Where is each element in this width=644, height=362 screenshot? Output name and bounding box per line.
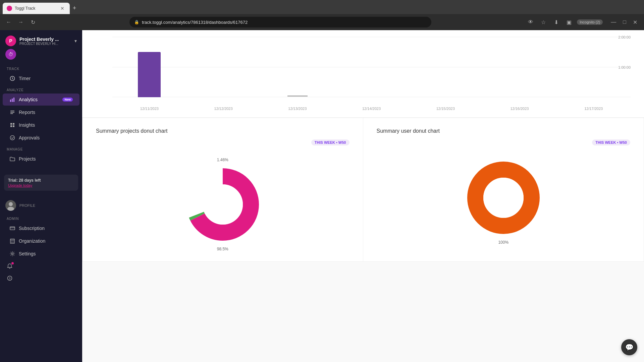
profile-label: PROFILE — [19, 203, 35, 207]
bar-chart-icon — [9, 97, 15, 103]
incognito-badge: Incognito (2) — [577, 19, 603, 25]
new-badge: New — [62, 98, 73, 102]
forward-button[interactable]: → — [16, 17, 25, 27]
bar-group-0 — [112, 37, 186, 97]
user-donut-chart — [463, 158, 544, 238]
svg-rect-6 — [10, 113, 13, 114]
sidebar-notification-item[interactable] — [0, 260, 82, 272]
upgrade-link[interactable]: Upgrade today — [8, 183, 74, 187]
svg-rect-10 — [13, 125, 14, 127]
sidebar-item-insights[interactable]: Insights — [3, 119, 79, 131]
svg-point-12 — [9, 202, 13, 206]
insights-label: Insights — [19, 122, 73, 128]
window-controls: — □ ✕ — [608, 18, 640, 27]
profile-section[interactable]: PROFILE — [0, 197, 82, 214]
url-text: track.toggl.com/analytics/7861318/dashbo… — [142, 20, 248, 25]
svg-rect-3 — [13, 98, 14, 102]
user-donut-wrapper: 100% — [377, 158, 631, 245]
sidebar-header: P Project Beverly ... PROJECT BEVERLY HI… — [0, 30, 82, 49]
grid-icon — [9, 122, 15, 128]
settings-label: Settings — [19, 251, 73, 256]
building-icon — [9, 238, 15, 244]
svg-text:?: ? — [9, 277, 11, 280]
minimize-button[interactable]: — — [608, 18, 619, 27]
track-section-label: TRACK — [0, 64, 82, 72]
reload-button[interactable]: ↻ — [28, 17, 38, 27]
eye-off-icon[interactable]: 👁 — [526, 17, 535, 27]
close-window-button[interactable]: ✕ — [630, 18, 640, 27]
bar-group-6 — [556, 37, 631, 97]
bar-group-3 — [334, 37, 409, 97]
admin-section-label: ADMIN — [0, 214, 82, 222]
lock-icon: 🔒 — [134, 20, 139, 24]
x-label-2: 12/13/2023 — [260, 104, 334, 111]
maximize-button[interactable]: □ — [620, 18, 629, 27]
tab-close-button[interactable]: ✕ — [59, 5, 66, 11]
svg-point-11 — [10, 136, 15, 140]
analytics-label: Analytics — [19, 97, 59, 102]
chat-button[interactable]: 💬 — [621, 339, 637, 355]
tablet-icon[interactable]: ▣ — [564, 17, 574, 27]
download-icon[interactable]: ⬇ — [551, 17, 561, 27]
svg-rect-19 — [11, 242, 12, 243]
address-bar[interactable]: 🔒 track.toggl.com/analytics/7861318/dash… — [129, 17, 431, 27]
sidebar-item-settings[interactable]: Settings — [3, 248, 79, 260]
sidebar-item-approvals[interactable]: Approvals — [3, 132, 79, 144]
workspace-icon-glyph: ⏱ — [8, 52, 13, 57]
browser-tab-active[interactable]: Toggl Track ✕ — [3, 3, 70, 14]
chevron-down-icon[interactable]: ▾ — [74, 38, 77, 44]
svg-point-22 — [12, 253, 13, 255]
sidebar-item-analytics[interactable]: Analytics New — [3, 94, 79, 106]
svg-rect-20 — [13, 242, 13, 243]
folder-icon — [9, 156, 15, 162]
x-label-4: 12/15/2023 — [409, 104, 483, 111]
projects-donut-card: Summary projects donut chart THIS WEEK •… — [82, 118, 363, 262]
donut-section: Summary projects donut chart THIS WEEK •… — [82, 118, 644, 262]
x-label-3: 12/14/2023 — [334, 104, 409, 111]
bar-group-2 — [260, 37, 334, 97]
svg-rect-2 — [12, 99, 13, 102]
trial-banner: Trial: 28 days left Upgrade today — [4, 175, 78, 191]
user-donut-card: Summary user donut chart THIS WEEK • W50… — [363, 118, 644, 262]
user-week-badge[interactable]: THIS WEEK • W50 — [592, 139, 630, 145]
x-label-1: 12/12/2023 — [186, 104, 261, 111]
project-name: Project Beverly ... — [19, 37, 71, 42]
project-sub: PROJECT BEVERLY HI... — [19, 42, 71, 46]
timer-label: Timer — [19, 76, 73, 81]
x-label-5: 12/16/2023 — [483, 104, 557, 111]
svg-point-29 — [483, 178, 524, 218]
sidebar-item-reports[interactable]: Reports — [3, 106, 79, 118]
bar-0[interactable] — [138, 52, 161, 97]
svg-point-13 — [7, 207, 14, 211]
svg-rect-5 — [10, 112, 14, 113]
sidebar-item-timer[interactable]: Timer — [3, 72, 79, 84]
reports-label: Reports — [19, 110, 73, 115]
x-label-0: 12/11/2023 — [112, 104, 186, 111]
svg-rect-1 — [10, 100, 11, 102]
sidebar-item-subscription[interactable]: Subscription — [3, 222, 79, 234]
projects-week-badge[interactable]: THIS WEEK • W50 — [311, 139, 350, 145]
back-button[interactable]: ← — [4, 17, 13, 27]
new-tab-button[interactable]: + — [70, 3, 79, 13]
browser-tabs: Toggl Track ✕ + — [0, 0, 644, 14]
sidebar-item-projects[interactable]: Projects — [3, 153, 79, 165]
bar-group-1 — [186, 37, 261, 97]
credit-card-icon — [9, 225, 15, 231]
chat-icon: 💬 — [625, 343, 634, 351]
gear-icon — [9, 251, 15, 257]
trial-text: Trial: 28 days left — [8, 178, 74, 183]
bar-group-4 — [409, 37, 483, 97]
organization-label: Organization — [19, 238, 73, 244]
avatar — [5, 200, 16, 211]
svg-point-27 — [203, 184, 243, 225]
sidebar-item-organization[interactable]: Organization — [3, 235, 79, 247]
tab-favicon — [7, 6, 12, 11]
projects-donut-chart — [182, 164, 263, 245]
bar-group-5 — [483, 37, 557, 97]
svg-rect-8 — [13, 123, 14, 125]
bookmark-icon[interactable]: ☆ — [539, 17, 548, 27]
sidebar-project-info: Project Beverly ... PROJECT BEVERLY HI..… — [19, 37, 71, 46]
svg-rect-18 — [13, 241, 13, 241]
svg-rect-16 — [10, 239, 14, 243]
sidebar-help-item[interactable]: ? — [0, 272, 82, 284]
